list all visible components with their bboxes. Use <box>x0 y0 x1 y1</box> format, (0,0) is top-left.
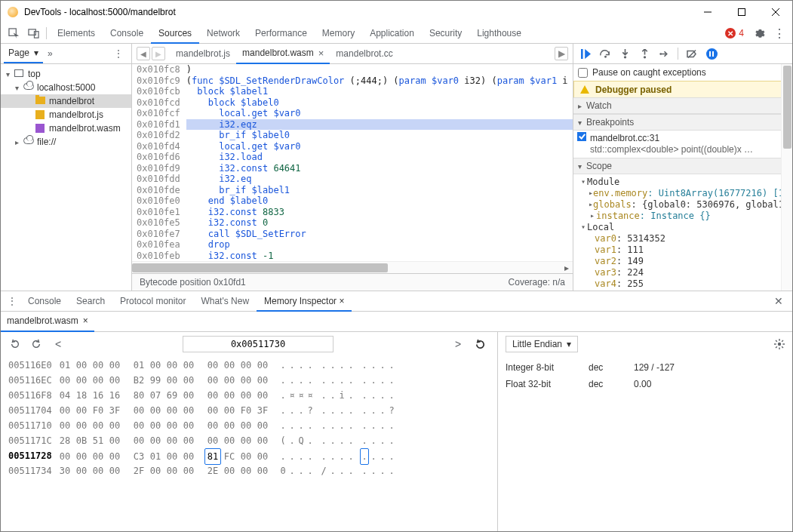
deactivate-breakpoints-button[interactable] <box>684 46 699 61</box>
file-tree: ▾top ▾localhost:5000 mandelbrot mandelbr… <box>1 64 131 152</box>
address-next-button[interactable]: > <box>450 338 466 350</box>
scope-local-var[interactable]: var4: 255 <box>595 278 792 289</box>
breakpoint-item[interactable]: mandelbrot.cc:31 std::complex<double> po… <box>573 131 792 158</box>
breakpoints-section-header[interactable]: ▾Breakpoints <box>573 114 792 131</box>
scope-module-header[interactable]: ▾Module <box>579 176 792 187</box>
svg-point-11 <box>659 53 662 55</box>
breakpoint-checkbox[interactable] <box>577 132 586 141</box>
device-toolbar-icon[interactable] <box>23 23 43 43</box>
file-tab[interactable]: mandelbrot.wasm× <box>236 44 330 64</box>
memory-value-row: Integer 8-bitdec129 / -127 <box>506 359 785 376</box>
scope-property[interactable]: ▸instance: Instance {} <box>589 210 792 221</box>
scope-local-header[interactable]: ▾Local <box>579 221 792 232</box>
settings-gear-icon[interactable] <box>750 23 770 43</box>
close-icon[interactable]: × <box>83 315 88 326</box>
window-maximize-button[interactable] <box>724 1 758 23</box>
tree-item-mandelbrot-wasm[interactable]: mandelbrot.wasm <box>1 121 131 135</box>
navigator-overflow-icon[interactable]: » <box>48 48 53 59</box>
file-tab[interactable]: mandelbrot.js <box>170 44 236 64</box>
error-count[interactable]: ✕4 <box>725 28 744 38</box>
main-tab-network[interactable]: Network <box>199 23 247 44</box>
hex-grid[interactable]: 005116E0010000000100000000000000........… <box>1 356 494 484</box>
memory-settings-icon[interactable] <box>774 339 785 349</box>
window-close-button[interactable] <box>758 1 792 23</box>
memory-inspector-file-tab[interactable]: mandelbrot.wasm× <box>1 312 94 332</box>
pause-on-exceptions-button[interactable] <box>704 46 719 61</box>
scope-local-var[interactable]: var2: 149 <box>595 255 792 266</box>
step-out-button[interactable] <box>637 46 652 61</box>
warning-icon <box>580 85 589 94</box>
scope-section-header[interactable]: ▾Scope <box>573 158 792 174</box>
main-tabstrip: ElementsConsoleSourcesNetworkPerformance… <box>1 23 792 44</box>
memory-hex-pane: < > 005116E0010000000100000000000000....… <box>1 332 498 531</box>
main-tab-sources[interactable]: Sources <box>151 23 199 44</box>
debugger-paused-banner: Debugger paused <box>573 81 792 98</box>
refresh-memory-icon[interactable] <box>473 337 487 351</box>
tree-item-mandelbrot[interactable]: mandelbrot <box>1 94 131 108</box>
file-tab[interactable]: mandelbrot.cc <box>330 44 398 64</box>
svg-point-13 <box>778 343 781 346</box>
pause-on-caught-checkbox-row[interactable]: Pause on caught exceptions <box>573 64 792 81</box>
main-tab-performance[interactable]: Performance <box>247 23 315 44</box>
scope-local-var[interactable]: var0: 5314352 <box>595 232 792 244</box>
history-forward-icon[interactable] <box>29 337 43 351</box>
drawer-tab[interactable]: Memory Inspector × <box>257 291 352 312</box>
devtools-app-icon <box>8 7 18 17</box>
nav-history-fwd-icon[interactable]: ▶ <box>152 47 165 60</box>
endianness-select[interactable]: Little Endian▾ <box>506 336 578 352</box>
scope-local-var[interactable]: var3: 224 <box>595 266 792 278</box>
tree-item-mandelbrot-js[interactable]: mandelbrot.js <box>1 108 131 121</box>
drawer-tab[interactable]: Console <box>20 291 69 312</box>
drawer-close-button[interactable]: ✕ <box>768 295 789 307</box>
main-tab-memory[interactable]: Memory <box>315 23 362 44</box>
main-tab-security[interactable]: Security <box>422 23 469 44</box>
nav-history-back-icon[interactable]: ◀ <box>137 47 150 60</box>
svg-point-8 <box>604 55 607 57</box>
close-icon[interactable]: × <box>318 48 324 59</box>
drawer-toggle-icon[interactable]: ⋮ <box>4 296 20 306</box>
history-back-icon[interactable] <box>8 337 22 351</box>
pause-on-caught-checkbox[interactable] <box>578 68 588 78</box>
debugger-sidebar: Pause on caught exceptions Debugger paus… <box>573 44 792 291</box>
scope-property[interactable]: ▸env.memory: Uint8Array(16777216) [101, … <box>589 187 792 198</box>
more-menu-icon[interactable]: ⋮ <box>770 23 789 43</box>
drawer-tab[interactable]: Protocol monitor <box>112 291 193 312</box>
step-into-button[interactable] <box>617 46 632 61</box>
memory-address-input[interactable] <box>183 336 333 352</box>
tree-frame-top[interactable]: ▾top <box>1 67 131 81</box>
debugger-vertical-scrollbar[interactable] <box>781 64 792 291</box>
close-icon[interactable]: × <box>339 296 344 306</box>
tree-origin-file[interactable]: ▸file:// <box>1 135 131 149</box>
run-snippet-icon[interactable]: ▶ <box>555 47 568 60</box>
window-title: DevTools - localhost:5000/mandelbrot <box>24 7 690 17</box>
watch-section-header[interactable]: ▸Watch <box>573 97 792 114</box>
window-titlebar: DevTools - localhost:5000/mandelbrot <box>1 1 792 23</box>
step-over-button[interactable] <box>598 46 613 61</box>
memory-value-row: Float 32-bitdec0.00 <box>506 376 785 392</box>
inspect-element-icon[interactable] <box>4 23 23 43</box>
svg-point-10 <box>643 56 645 58</box>
svg-point-9 <box>623 56 625 58</box>
svg-rect-7 <box>581 49 583 59</box>
main-tab-application[interactable]: Application <box>362 23 422 44</box>
scope-property[interactable]: ▸globals: {global0: 5306976, global1: 65… <box>589 198 792 210</box>
navigator-more-icon[interactable]: ⋮ <box>109 48 128 59</box>
scope-local-var[interactable]: var1: 111 <box>595 244 792 255</box>
window-minimize-button[interactable] <box>690 1 724 23</box>
navigator-mode-dropdown[interactable]: Page▾ <box>4 44 43 63</box>
drawer-tab[interactable]: Search <box>69 291 112 312</box>
drawer: ⋮ ConsoleSearchProtocol monitorWhat's Ne… <box>1 291 792 531</box>
navigator-pane: Page▾ » ⋮ ▾top ▾localhost:5000 mandelbro… <box>1 44 132 291</box>
main-tab-lighthouse[interactable]: Lighthouse <box>469 23 529 44</box>
address-prev-button[interactable]: < <box>51 338 66 350</box>
drawer-tab[interactable]: What's New <box>193 291 257 312</box>
tree-origin[interactable]: ▾localhost:5000 <box>1 81 131 94</box>
main-tab-elements[interactable]: Elements <box>50 23 103 44</box>
svg-rect-1 <box>738 9 745 16</box>
resume-button[interactable] <box>578 46 593 61</box>
main-tab-console[interactable]: Console <box>103 23 151 44</box>
step-button[interactable] <box>656 46 672 61</box>
sources-editor-pane: ◀ ▶ mandelbrot.jsmandelbrot.wasm×mandelb… <box>132 44 573 291</box>
editor-horizontal-scrollbar[interactable]: ◂ ▸ <box>132 261 573 273</box>
code-editor[interactable]: 0x010fc80x010fc90x010fcb0x010fcd0x010fcf… <box>132 64 573 261</box>
